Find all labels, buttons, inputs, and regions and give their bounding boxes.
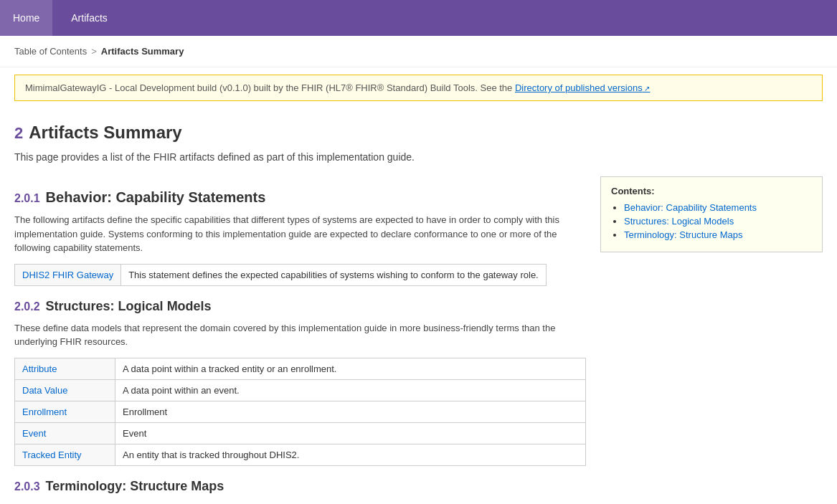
cap-link-cell: DHIS2 FHIR Gateway: [15, 264, 121, 285]
lm-link-cell: Attribute: [15, 358, 115, 379]
logical-models-table: Attribute A data point within a tracked …: [14, 358, 586, 466]
toc-link[interactable]: Behavior: Capability Statements: [624, 202, 757, 213]
lm-desc-cell: A data point within a tracked entity or …: [115, 358, 586, 379]
section-logical-heading: 2.0.2 Structures: Logical Models: [14, 299, 586, 314]
section-capability-heading: 2.0.1 Behavior: Capability Statements: [14, 189, 586, 206]
table-row: Data Value A data point within an event.: [15, 379, 586, 401]
sm-section-title: Terminology: Structure Maps: [46, 479, 224, 494]
toc-item: Terminology: Structure Maps: [624, 229, 812, 240]
toc-list: Behavior: Capability StatementsStructure…: [611, 202, 812, 240]
section-structure-heading: 2.0.3 Terminology: Structure Maps: [14, 479, 586, 494]
sm-section-desc: These define transformations to convert …: [14, 501, 586, 505]
lm-link-cell: Event: [15, 422, 115, 444]
page-title-row: 2 Artifacts Summary: [14, 123, 823, 143]
lm-desc-cell: Event: [115, 422, 586, 444]
lm-link-cell: Enrollment: [15, 401, 115, 422]
page-title: Artifacts Summary: [29, 123, 181, 143]
content-left: 2.0.1 Behavior: Capability Statements Th…: [14, 176, 586, 504]
toc-link[interactable]: Structures: Logical Models: [624, 216, 734, 227]
table-row: Event Event: [15, 422, 586, 444]
sm-section-num: 2.0.3: [14, 480, 40, 493]
lm-link[interactable]: Event: [22, 428, 46, 439]
warning-text: MimimalGatewayIG - Local Development bui…: [25, 82, 512, 93]
breadcrumb: Table of Contents > Artifacts Summary: [0, 36, 837, 67]
nav-artifacts[interactable]: Artifacts: [58, 0, 120, 36]
lm-desc-cell: An entity that is tracked throughout DHI…: [115, 444, 586, 465]
cap-link[interactable]: DHIS2 FHIR Gateway: [22, 270, 113, 280]
cap-section-num: 2.0.1: [14, 192, 40, 205]
toc-item: Behavior: Capability Statements: [624, 202, 812, 213]
cap-section-title: Behavior: Capability Statements: [46, 189, 266, 206]
lm-section-title: Structures: Logical Models: [46, 299, 212, 314]
lm-desc-cell: Enrollment: [115, 401, 586, 422]
lm-desc-cell: A data point within an event.: [115, 379, 586, 401]
table-row: Attribute A data point within a tracked …: [15, 358, 586, 379]
page-section-num: 2: [14, 124, 23, 143]
breadcrumb-toc[interactable]: Table of Contents: [14, 46, 87, 57]
toc-item: Structures: Logical Models: [624, 216, 812, 227]
toc-box: Contents: Behavior: Capability Statement…: [600, 176, 823, 252]
lm-link[interactable]: Enrollment: [22, 406, 67, 417]
main-content: 2 Artifacts Summary This page provides a…: [0, 108, 837, 504]
cap-section-desc: The following artifacts define the speci…: [14, 213, 586, 255]
cap-desc-cell: This statement defines the expected capa…: [121, 264, 547, 285]
toc-link[interactable]: Terminology: Structure Maps: [624, 229, 742, 240]
lm-link[interactable]: Tracked Entity: [22, 450, 82, 460]
lm-link[interactable]: Attribute: [22, 363, 57, 374]
capability-table: DHIS2 FHIR Gateway This statement define…: [14, 264, 547, 286]
lm-link-cell: Tracked Entity: [15, 444, 115, 465]
lm-section-desc: These define data models that represent …: [14, 321, 586, 349]
toc-title: Contents:: [611, 186, 812, 196]
table-row: Enrollment Enrollment: [15, 401, 586, 422]
nav-home[interactable]: Home: [0, 0, 52, 36]
breadcrumb-current: Artifacts Summary: [101, 46, 184, 57]
content-with-toc: 2.0.1 Behavior: Capability Statements Th…: [14, 176, 823, 504]
breadcrumb-arrow: >: [91, 46, 97, 57]
table-row: DHIS2 FHIR Gateway This statement define…: [15, 264, 547, 285]
nav-separator: [52, 0, 58, 36]
intro-text: This page provides a list of the FHIR ar…: [14, 150, 823, 165]
lm-link-cell: Data Value: [15, 379, 115, 401]
warning-link[interactable]: Directory of published versions: [515, 82, 651, 93]
lm-section-num: 2.0.2: [14, 300, 40, 313]
table-row: Tracked Entity An entity that is tracked…: [15, 444, 586, 465]
warning-banner: MimimalGatewayIG - Local Development bui…: [14, 75, 823, 101]
lm-link[interactable]: Data Value: [22, 385, 67, 396]
top-nav: Home Artifacts: [0, 0, 837, 36]
